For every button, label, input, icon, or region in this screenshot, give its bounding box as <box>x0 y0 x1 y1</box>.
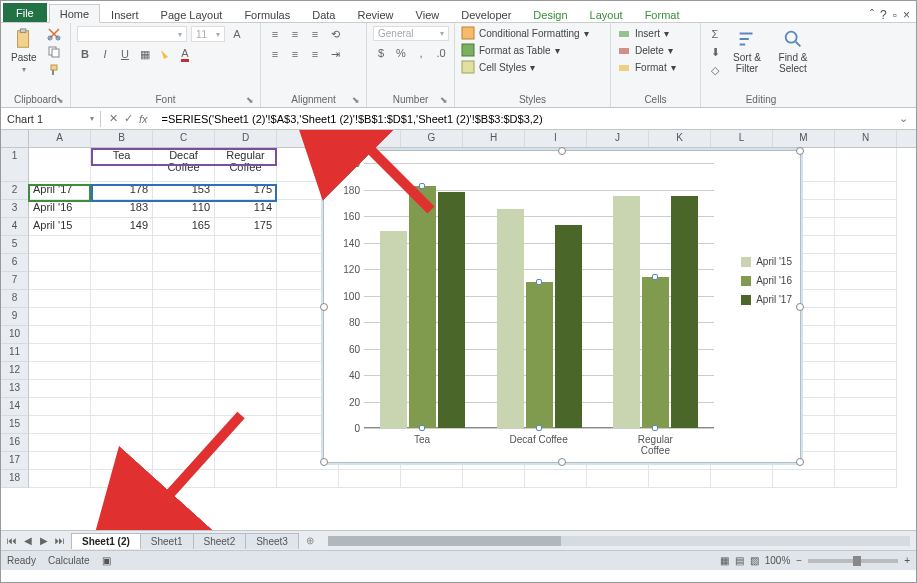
cell[interactable] <box>215 254 277 272</box>
macro-record-button[interactable]: ▣ <box>102 555 111 566</box>
find-select-button[interactable]: Find & Select <box>771 26 815 76</box>
cell[interactable] <box>29 362 91 380</box>
row-header[interactable]: 17 <box>1 452 29 470</box>
formula-input[interactable] <box>156 111 891 127</box>
cell[interactable]: 153 <box>153 182 215 200</box>
cell[interactable]: DecafCoffee <box>153 148 215 182</box>
border-button[interactable]: ▦ <box>137 46 153 62</box>
cell[interactable] <box>29 398 91 416</box>
sheet-tab[interactable]: Sheet1 (2) <box>71 533 141 549</box>
cell[interactable] <box>91 470 153 488</box>
cell[interactable] <box>91 308 153 326</box>
cell[interactable] <box>29 452 91 470</box>
cell[interactable] <box>215 344 277 362</box>
minimize-ribbon-icon[interactable]: ˆ <box>870 8 874 22</box>
cell[interactable] <box>587 470 649 488</box>
window-close-icon[interactable]: × <box>903 8 910 22</box>
align-left-button[interactable]: ≡ <box>267 46 283 62</box>
cancel-formula-button[interactable]: ✕ <box>109 112 118 125</box>
legend-item[interactable]: April '17 <box>741 294 792 305</box>
cell[interactable] <box>215 452 277 470</box>
cell[interactable]: April '15 <box>29 218 91 236</box>
cell[interactable] <box>835 344 897 362</box>
sheet-tab[interactable]: Sheet3 <box>245 533 299 549</box>
cut-button[interactable] <box>45 26 63 42</box>
cell[interactable] <box>835 236 897 254</box>
cell[interactable] <box>29 434 91 452</box>
new-sheet-button[interactable]: ⊕ <box>298 535 322 546</box>
chart-bar[interactable] <box>497 209 524 428</box>
cell[interactable] <box>835 148 897 182</box>
col-header[interactable]: E <box>277 130 339 147</box>
cell[interactable] <box>835 362 897 380</box>
cell[interactable] <box>91 326 153 344</box>
cell[interactable] <box>153 452 215 470</box>
row-header[interactable]: 11 <box>1 344 29 362</box>
cell[interactable] <box>29 236 91 254</box>
chart-object[interactable]: 020406080100120140160180200TeaDecaf Coff… <box>323 150 801 463</box>
worksheet-grid[interactable]: A B C D E F G H I J K L M N 1TeaDecafCof… <box>1 130 916 530</box>
increase-font-button[interactable]: A <box>229 26 245 42</box>
format-cells-button[interactable]: Format ▾ <box>617 60 694 74</box>
cell[interactable]: RegularCoffee <box>215 148 277 182</box>
cell[interactable] <box>525 470 587 488</box>
sheet-tab[interactable]: Sheet1 <box>140 533 194 549</box>
cell[interactable]: 175 <box>215 218 277 236</box>
paste-button[interactable]: Paste ▾ <box>7 26 41 76</box>
chart-bar[interactable] <box>642 277 669 428</box>
cell[interactable] <box>835 182 897 200</box>
row-header[interactable]: 12 <box>1 362 29 380</box>
chart-legend[interactable]: April '15 April '16 April '17 <box>741 256 792 313</box>
increase-decimal-button[interactable]: .0 <box>433 45 449 61</box>
chart-bar[interactable] <box>671 196 698 428</box>
fill-button[interactable]: ⬇ <box>707 44 723 60</box>
help-icon[interactable]: ? <box>880 8 887 22</box>
cell[interactable] <box>215 380 277 398</box>
chart-bar[interactable] <box>613 196 640 428</box>
row-header[interactable]: 5 <box>1 236 29 254</box>
cell[interactable] <box>711 470 773 488</box>
cell[interactable] <box>215 362 277 380</box>
cell[interactable] <box>835 326 897 344</box>
cell[interactable]: 114 <box>215 200 277 218</box>
cell[interactable] <box>153 236 215 254</box>
data-point-marker[interactable] <box>652 274 658 280</box>
row-header[interactable]: 15 <box>1 416 29 434</box>
italic-button[interactable]: I <box>97 46 113 62</box>
sheet-nav-next[interactable]: ▶ <box>37 535 51 546</box>
col-header[interactable]: M <box>773 130 835 147</box>
cell[interactable] <box>277 470 339 488</box>
cell[interactable] <box>91 254 153 272</box>
tab-insert[interactable]: Insert <box>100 5 150 23</box>
cell[interactable] <box>91 434 153 452</box>
cell[interactable] <box>215 290 277 308</box>
cell[interactable] <box>835 272 897 290</box>
data-point-marker[interactable] <box>419 183 425 189</box>
cell[interactable] <box>215 236 277 254</box>
data-point-marker[interactable] <box>536 279 542 285</box>
tab-data[interactable]: Data <box>301 5 346 23</box>
cell[interactable]: 165 <box>153 218 215 236</box>
cell[interactable] <box>215 416 277 434</box>
col-header[interactable]: J <box>587 130 649 147</box>
tab-home[interactable]: Home <box>49 4 100 23</box>
tab-design[interactable]: Design <box>522 5 578 23</box>
cell[interactable] <box>153 362 215 380</box>
tab-layout[interactable]: Layout <box>579 5 634 23</box>
select-all-corner[interactable] <box>1 130 29 147</box>
cell[interactable]: 175 <box>215 182 277 200</box>
chart-bar[interactable] <box>409 186 436 428</box>
cell[interactable] <box>29 326 91 344</box>
cell[interactable] <box>835 218 897 236</box>
tab-format[interactable]: Format <box>634 5 691 23</box>
insert-cells-button[interactable]: Insert ▾ <box>617 26 694 40</box>
indent-button[interactable]: ⇥ <box>327 46 343 62</box>
alignment-launcher[interactable]: ⬊ <box>352 95 360 105</box>
legend-item[interactable]: April '15 <box>741 256 792 267</box>
cell[interactable] <box>835 452 897 470</box>
cell[interactable] <box>835 380 897 398</box>
align-bottom-button[interactable]: ≡ <box>307 26 323 42</box>
cell[interactable]: 178 <box>91 182 153 200</box>
cell[interactable] <box>215 434 277 452</box>
align-middle-button[interactable]: ≡ <box>287 26 303 42</box>
